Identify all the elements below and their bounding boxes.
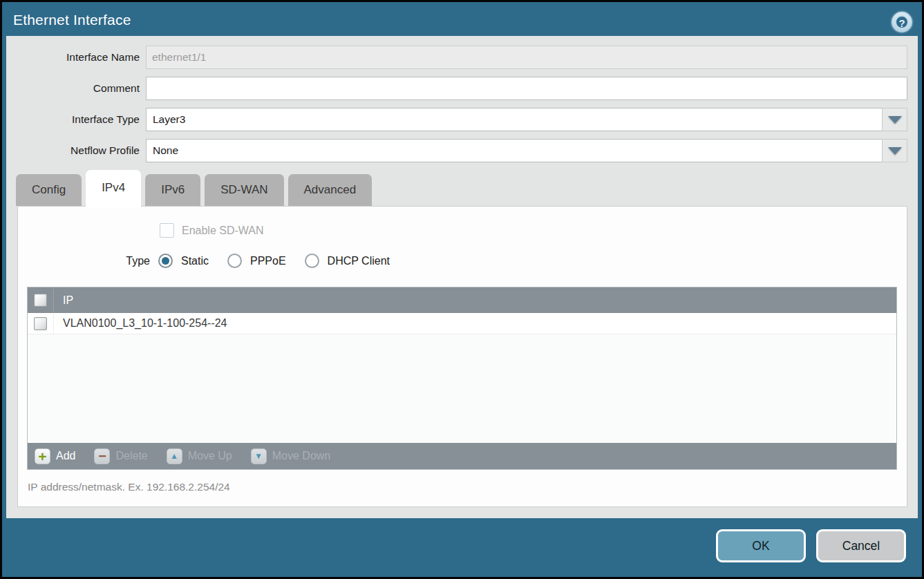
tab-config[interactable]: Config — [16, 174, 82, 206]
comment-row: Comment — [6, 77, 918, 100]
netflow-profile-row: Netflow Profile None — [6, 139, 918, 162]
form-area: Interface Name Comment Interface Type La… — [6, 36, 918, 162]
tab-sdwan[interactable]: SD-WAN — [205, 174, 283, 206]
radio-dhcp-client[interactable] — [305, 254, 319, 268]
move-down-button[interactable]: ▼ Move Down — [251, 448, 330, 464]
tab-bar: Config IPv4 IPv6 SD-WAN Advanced — [16, 170, 918, 206]
help-icon: ? — [895, 15, 909, 29]
arrow-up-icon: ▲ — [167, 448, 182, 464]
netflow-profile-label: Netflow Profile — [6, 144, 146, 157]
ok-button[interactable]: OK — [716, 529, 806, 562]
title-bar: Ethernet Interface — [2, 2, 922, 38]
table-body: VLAN0100_L3_10-1-100-254--24 — [28, 313, 896, 443]
radio-pppoe[interactable] — [227, 254, 242, 268]
enable-sdwan-checkbox[interactable] — [160, 223, 174, 238]
delete-button[interactable]: − Delete — [94, 448, 147, 464]
interface-type-dropdown-button[interactable] — [882, 108, 907, 131]
ip-column-header: IP — [54, 294, 73, 307]
tab-advanced[interactable]: Advanced — [288, 174, 373, 206]
add-button[interactable]: + Add — [35, 448, 75, 464]
chevron-down-icon — [888, 116, 902, 124]
radio-static[interactable] — [158, 254, 173, 268]
netflow-profile-dropdown-button[interactable] — [882, 139, 907, 162]
comment-label: Comment — [6, 82, 146, 95]
interface-name-row: Interface Name — [6, 46, 918, 69]
plus-icon: + — [35, 448, 50, 464]
type-label: Type — [18, 255, 150, 267]
ethernet-interface-dialog: Ethernet Interface ? Interface Name Comm… — [0, 0, 924, 579]
tab-ipv6[interactable]: IPv6 — [145, 174, 200, 206]
interface-type-label: Interface Type — [6, 113, 146, 126]
tab-ipv4[interactable]: IPv4 — [86, 170, 141, 207]
interface-name-label: Interface Name — [6, 51, 146, 64]
select-all-checkbox[interactable] — [34, 294, 47, 307]
chevron-down-icon — [888, 147, 902, 155]
table-toolbar: + Add − Delete ▲ Move Up ▼ Move Down — [28, 443, 896, 469]
dialog-body: Interface Name Comment Interface Type La… — [6, 36, 918, 518]
comment-field[interactable] — [146, 77, 907, 100]
table-header: IP — [28, 287, 896, 313]
ipv4-tab-panel: Enable SD-WAN Type Static PPPoE DHCP Cli… — [17, 206, 907, 507]
ip-format-hint: IP address/netmask. Ex. 192.168.2.254/24 — [28, 481, 907, 493]
enable-sdwan-row: Enable SD-WAN — [18, 207, 907, 238]
ip-address-table: IP VLAN0100_L3_10-1-100-254--24 + Add — [27, 287, 897, 470]
arrow-down-icon: ▼ — [251, 448, 267, 464]
radio-dhcp-client-label: DHCP Client — [328, 255, 390, 267]
help-button[interactable]: ? — [892, 12, 912, 32]
ip-cell-value: VLAN0100_L3_10-1-100-254--24 — [54, 317, 227, 330]
enable-sdwan-label: Enable SD-WAN — [182, 225, 264, 237]
interface-type-select[interactable]: Layer3 — [146, 108, 882, 131]
table-row[interactable]: VLAN0100_L3_10-1-100-254--24 — [28, 313, 896, 334]
interface-name-field — [146, 46, 907, 69]
netflow-profile-select[interactable]: None — [146, 139, 882, 162]
minus-icon: − — [94, 448, 110, 464]
radio-static-label: Static — [181, 255, 209, 267]
move-up-button[interactable]: ▲ Move Up — [167, 448, 232, 464]
radio-pppoe-label: PPPoE — [250, 255, 286, 267]
type-row: Type Static PPPoE DHCP Client — [18, 254, 907, 268]
dialog-title: Ethernet Interface — [13, 12, 131, 28]
interface-type-row: Interface Type Layer3 — [6, 108, 918, 131]
row-checkbox[interactable] — [34, 317, 47, 330]
cancel-button[interactable]: Cancel — [816, 529, 906, 562]
